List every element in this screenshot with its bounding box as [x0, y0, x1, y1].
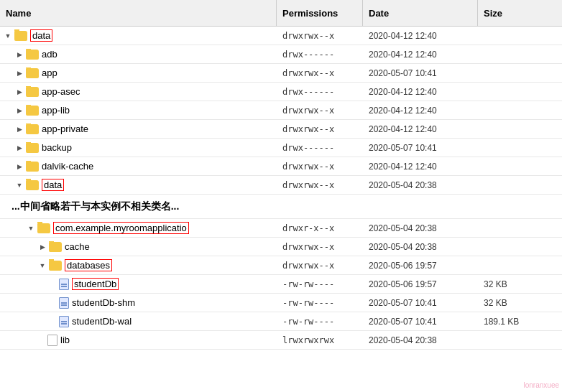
- table-row[interactable]: adbdrwx------2020-04-12 12:40: [0, 45, 562, 64]
- toggle-icon[interactable]: [14, 68, 24, 78]
- folder-icon: [37, 223, 50, 233]
- file-name-label: app-private: [42, 123, 88, 134]
- toggle-icon[interactable]: [37, 261, 47, 271]
- file-name-label: studentDb-shm: [72, 297, 135, 308]
- toggle-icon[interactable]: [3, 31, 13, 41]
- rows-container: datadrwxrwx--x2020-04-12 12:40adbdrwx---…: [0, 27, 562, 350]
- cell-permissions: drwxr-x--x: [277, 223, 363, 233]
- cell-size: 189.1 KB: [478, 317, 562, 327]
- table-row[interactable]: liblrwxrwxrwx2020-05-04 20:38: [0, 331, 562, 350]
- file-name-label: studentDb: [72, 278, 119, 290]
- cell-permissions: -rw-rw----: [277, 317, 363, 327]
- folder-icon: [14, 31, 27, 41]
- file-name-label: adb: [42, 49, 57, 60]
- toggle-icon[interactable]: [14, 180, 24, 190]
- file-name-label: data: [42, 179, 64, 191]
- cell-date: 2020-05-07 10:41: [363, 143, 478, 153]
- header-permissions: Permissions: [277, 0, 363, 27]
- cell-size: 32 KB: [478, 279, 562, 289]
- cell-date: 2020-04-12 12:40: [363, 50, 478, 60]
- folder-icon: [26, 124, 39, 134]
- watermark: lonranxuee: [524, 381, 559, 389]
- cell-permissions: drwxrwx--x: [277, 242, 363, 252]
- folder-icon: [49, 261, 62, 271]
- cell-date: 2020-04-12 12:40: [363, 106, 478, 116]
- header-date: Date: [363, 0, 478, 27]
- cell-permissions: drwxrwx--x: [277, 261, 363, 271]
- folder-icon: [26, 87, 39, 97]
- cell-date: 2020-05-04 20:38: [363, 180, 478, 190]
- cell-name: data: [0, 179, 277, 191]
- cell-date: 2020-04-12 12:40: [363, 124, 478, 134]
- toggle-icon[interactable]: [14, 87, 24, 97]
- folder-icon: [26, 106, 39, 116]
- cell-permissions: drwxrwx--x: [277, 68, 363, 78]
- cell-date: 2020-05-04 20:38: [363, 242, 478, 252]
- cell-permissions: drwxrwx--x: [277, 162, 363, 172]
- table-row[interactable]: datadrwxrwx--x2020-05-04 20:38: [0, 176, 562, 195]
- folder-icon: [26, 162, 39, 172]
- folder-icon: [49, 242, 62, 252]
- cell-permissions: lrwxrwxrwx: [277, 335, 363, 345]
- table-row[interactable]: studentDb-shm-rw-rw----2020-05-07 10:413…: [0, 294, 562, 312]
- toggle-icon[interactable]: [26, 223, 36, 233]
- toggle-icon[interactable]: [14, 50, 24, 60]
- file-name-label: data: [30, 29, 52, 42]
- table-row[interactable]: studentDb-rw-rw----2020-05-06 19:5732 KB: [0, 275, 562, 294]
- file-db-icon: [59, 279, 69, 290]
- header-name: Name: [0, 0, 277, 27]
- toggle-icon[interactable]: [14, 124, 24, 134]
- file-db-icon: [59, 316, 69, 327]
- file-name-label: cache: [65, 241, 90, 252]
- toggle-icon[interactable]: [14, 106, 24, 116]
- file-explorer: Name Permissions Date Size datadrwxrwx--…: [0, 0, 562, 350]
- toggle-icon[interactable]: [14, 143, 24, 153]
- toggle-icon[interactable]: [37, 242, 47, 252]
- file-name-label: dalvik-cache: [42, 161, 93, 172]
- table-row[interactable]: databasesdrwxrwx--x2020-05-06 19:57: [0, 256, 562, 275]
- table-row[interactable]: backupdrwx------2020-05-07 10:41: [0, 139, 562, 157]
- table-row[interactable]: appdrwxrwx--x2020-05-07 10:41: [0, 64, 562, 83]
- cell-date: 2020-05-04 20:38: [363, 335, 478, 345]
- folder-icon: [26, 180, 39, 190]
- table-row[interactable]: app-asecdrwx------2020-04-12 12:40: [0, 83, 562, 101]
- cell-name: dalvik-cache: [0, 161, 277, 172]
- table-row[interactable]: studentDb-wal-rw-rw----2020-05-07 10:411…: [0, 312, 562, 331]
- table-header: Name Permissions Date Size: [0, 0, 562, 27]
- cell-permissions: -rw-rw----: [277, 298, 363, 308]
- table-row[interactable]: app-libdrwxrwx--x2020-04-12 12:40: [0, 101, 562, 120]
- file-name-label: studentDb-wal: [72, 316, 132, 327]
- cell-date: 2020-05-06 19:57: [363, 261, 478, 271]
- cell-permissions: drwxrwx--x: [277, 180, 363, 190]
- cell-name: backup: [0, 142, 277, 153]
- table-row[interactable]: com.example.myroomapplicatiodrwxr-x--x20…: [0, 219, 562, 238]
- file-db-icon: [59, 297, 69, 309]
- table-row[interactable]: app-privatedrwxrwx--x2020-04-12 12:40: [0, 120, 562, 139]
- cell-permissions: drwx------: [277, 143, 363, 153]
- cell-name: adb: [0, 49, 277, 60]
- cell-date: 2020-05-07 10:41: [363, 317, 478, 327]
- cell-permissions: -rw-rw----: [277, 279, 363, 289]
- file-name-label: app: [42, 67, 57, 78]
- cell-permissions: drwx------: [277, 50, 363, 60]
- file-icon: [47, 335, 57, 346]
- cell-date: 2020-04-12 12:40: [363, 162, 478, 172]
- toggle-icon[interactable]: [14, 162, 24, 172]
- cell-date: 2020-05-06 19:57: [363, 279, 478, 289]
- table-row[interactable]: dalvik-cachedrwxrwx--x2020-04-12 12:40: [0, 157, 562, 176]
- cell-permissions: drwx------: [277, 87, 363, 97]
- cell-size: 32 KB: [478, 298, 562, 308]
- file-name-label: lib: [60, 335, 70, 345]
- cell-date: 2020-05-04 20:38: [363, 223, 478, 233]
- header-size: Size: [478, 0, 562, 27]
- cell-name: studentDb: [0, 278, 277, 290]
- file-name-label: app-asec: [42, 86, 80, 97]
- cell-permissions: drwxrwx--x: [277, 31, 363, 41]
- table-row[interactable]: cachedrwxrwx--x2020-05-04 20:38: [0, 238, 562, 256]
- folder-icon: [26, 68, 39, 78]
- cell-name: app-private: [0, 123, 277, 134]
- cell-name: cache: [0, 241, 277, 252]
- omission-text: ...中间省略若干与本实例不相关类名...: [11, 200, 179, 213]
- table-row[interactable]: datadrwxrwx--x2020-04-12 12:40: [0, 27, 562, 45]
- file-name-label: backup: [42, 142, 72, 153]
